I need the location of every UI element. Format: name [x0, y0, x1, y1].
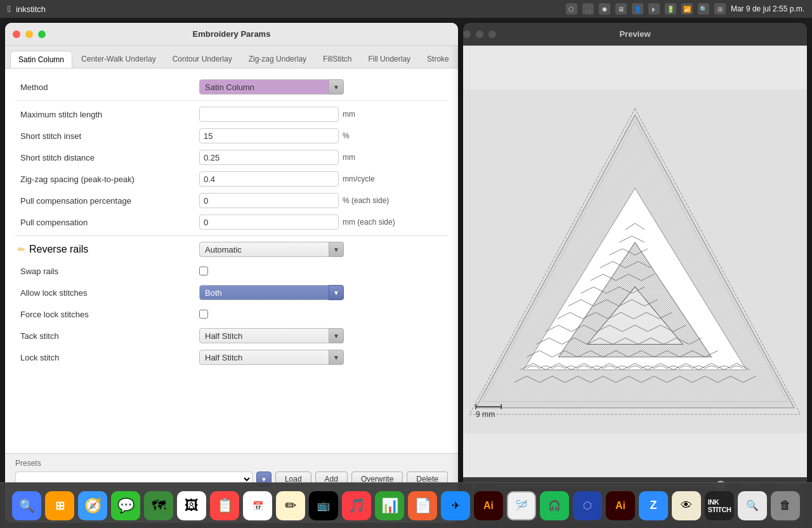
- dock-item-inkstitch1[interactable]: 🪡: [507, 491, 536, 520]
- force-lock-stitches-checkbox[interactable]: [199, 310, 208, 319]
- search-icon[interactable]: 🔍: [698, 3, 709, 15]
- tab-center-walk-underlay[interactable]: Center-Walk Underlay: [74, 51, 164, 68]
- dock-item-preview2[interactable]: 🔍: [738, 491, 767, 520]
- tab-contour-underlay[interactable]: Contour Underlay: [165, 51, 240, 68]
- dock-item-inkstitch2[interactable]: INKSTITCH: [705, 491, 734, 520]
- swap-rails-checkbox[interactable]: [199, 267, 208, 275]
- swap-rails-row: Swap rails: [15, 260, 448, 282]
- dock-item-launchpad[interactable]: ⊞: [45, 491, 74, 520]
- dock-item-unknown[interactable]: ⬡: [573, 491, 602, 520]
- max-stitch-length-unit: mm: [343, 110, 355, 119]
- dock-item-preview-app[interactable]: 👁: [672, 491, 701, 520]
- allow-lock-stitches-select[interactable]: Both: [199, 285, 344, 300]
- dock-item-finder[interactable]: 🔍: [12, 491, 41, 520]
- force-lock-stitches-row: Force lock stitches: [15, 303, 448, 325]
- zigzag-spacing-input[interactable]: [199, 171, 339, 187]
- short-stitch-distance-input[interactable]: [199, 150, 339, 165]
- lock-stitch-dropdown-wrapper: Half Stitch ▼: [199, 350, 344, 365]
- zigzag-spacing-row: Zig-zag spacing (peak-to-peak) mm/cycle: [15, 168, 448, 190]
- presets-label: Presets: [15, 459, 448, 468]
- dock-item-numbers[interactable]: 📊: [375, 491, 404, 520]
- reverse-rails-row: ✏ Reverse rails Automatic ▼: [15, 239, 448, 260]
- short-stitch-inset-label: Short stitch inset: [15, 131, 199, 141]
- dock-item-tv[interactable]: 📺: [309, 491, 338, 520]
- dock-item-calendar[interactable]: 📅: [243, 491, 272, 520]
- pull-comp-pct-input[interactable]: [199, 193, 339, 208]
- tab-satin-column[interactable]: Satin Column: [10, 51, 72, 68]
- maximize-button[interactable]: [38, 30, 46, 38]
- zigzag-spacing-unit: mm/cycle: [343, 175, 375, 183]
- tack-stitch-dropdown-arrow[interactable]: ▼: [329, 328, 344, 343]
- tab-zigzag-underlay[interactable]: Zig-zag Underlay: [241, 51, 314, 68]
- allow-lock-stitches-input-area: Both ▼: [199, 285, 448, 300]
- status-icon-6: ⏵: [648, 3, 660, 15]
- pull-comp-row: Pull compensation mm (each side): [15, 211, 448, 233]
- dock-item-safari[interactable]: 🧭: [78, 491, 107, 520]
- preview-window-controls: [463, 30, 496, 38]
- swap-rails-label: Swap rails: [15, 267, 199, 276]
- preview-canvas: 9 mm: [463, 46, 807, 477]
- lock-stitch-dropdown-arrow[interactable]: ▼: [329, 350, 344, 365]
- zigzag-spacing-input-area: mm/cycle: [199, 171, 448, 187]
- pull-comp-input-area: mm (each side): [199, 214, 448, 230]
- preview-maximize-btn[interactable]: [488, 30, 496, 38]
- max-stitch-length-input[interactable]: [199, 107, 339, 122]
- tack-stitch-select[interactable]: Half Stitch: [199, 328, 344, 343]
- lock-stitch-select[interactable]: Half Stitch: [199, 350, 344, 365]
- preview-title: Preview: [619, 29, 650, 39]
- short-stitch-distance-label: Short stitch distance: [15, 153, 199, 162]
- preview-close-btn[interactable]: [463, 30, 471, 38]
- dock-item-testflight[interactable]: ✈: [441, 491, 470, 520]
- method-select[interactable]: Satin Column: [199, 79, 344, 95]
- lock-stitch-label: Lock stitch: [15, 353, 199, 362]
- dock-item-freeform[interactable]: ✏: [276, 491, 305, 520]
- minimize-button[interactable]: [25, 30, 33, 38]
- dock: 🔍 ⊞ 🧭 💬 🗺 🖼 📋 📅 ✏ 📺 🎵 📊 📄 ✈ Ai 🪡 🎧 ⬡ Ai …: [0, 482, 812, 528]
- close-button[interactable]: [13, 30, 20, 38]
- tack-stitch-dropdown-wrapper: Half Stitch ▼: [199, 328, 344, 343]
- dock-item-pages[interactable]: 📄: [408, 491, 437, 520]
- pull-comp-pct-unit: % (each side): [343, 196, 389, 205]
- preview-minimize-btn[interactable]: [476, 30, 483, 38]
- window-titlebar: Embroidery Params: [5, 23, 458, 46]
- dock-item-photos[interactable]: 🖼: [177, 491, 206, 520]
- tab-fill-underlay[interactable]: Fill Underlay: [360, 51, 418, 68]
- zigzag-spacing-label: Zig-zag spacing (peak-to-peak): [15, 175, 199, 184]
- reverse-rails-select[interactable]: Automatic: [199, 242, 344, 257]
- embroidery-params-window: Embroidery Params Satin Column Center-Wa…: [5, 23, 458, 523]
- tack-stitch-row: Tack stitch Half Stitch ▼: [15, 325, 448, 346]
- form-area: Method Satin Column ▼ Maximum stitch len…: [5, 69, 458, 453]
- dock-item-spotify[interactable]: 🎧: [540, 491, 569, 520]
- preview-window: Preview: [463, 23, 807, 523]
- dock-item-zoom[interactable]: Z: [639, 491, 668, 520]
- dock-item-maps[interactable]: 🗺: [144, 491, 173, 520]
- short-stitch-inset-row: Short stitch inset %: [15, 125, 448, 147]
- force-lock-stitches-input-area: [199, 310, 448, 319]
- pull-comp-input[interactable]: [199, 214, 339, 230]
- dock-item-messages[interactable]: 💬: [111, 491, 140, 520]
- control-center-icon[interactable]: ⊞: [714, 3, 726, 15]
- method-input-area: Satin Column ▼: [199, 79, 448, 95]
- dock-item-music[interactable]: 🎵: [342, 491, 371, 520]
- dock-item-trash[interactable]: 🗑: [771, 491, 800, 520]
- tab-fillstitch[interactable]: FillStitch: [315, 51, 359, 68]
- dock-item-reminders[interactable]: 📋: [210, 491, 239, 520]
- max-stitch-length-label: Maximum stitch length: [15, 110, 199, 119]
- method-dropdown-arrow[interactable]: ▼: [329, 79, 344, 95]
- apple-logo-icon[interactable]: : [8, 4, 11, 14]
- short-stitch-inset-input[interactable]: [199, 128, 339, 143]
- short-stitch-inset-input-area: %: [199, 128, 448, 143]
- content-area: Embroidery Params Satin Column Center-Wa…: [0, 18, 812, 528]
- tab-stroke[interactable]: Stroke: [419, 51, 457, 68]
- dock-item-illustrator1[interactable]: Ai: [474, 491, 503, 520]
- dock-item-illustrator2[interactable]: Ai: [606, 491, 635, 520]
- lock-stitch-row: Lock stitch Half Stitch ▼: [15, 346, 448, 368]
- status-icon-2: 🎧: [582, 3, 594, 15]
- force-lock-stitches-label: Force lock stitches: [15, 310, 199, 319]
- pencil-icon: ✏: [18, 244, 25, 254]
- reverse-rails-dropdown-arrow[interactable]: ▼: [329, 242, 344, 257]
- divider-2: [15, 235, 448, 236]
- allow-lock-stitches-dropdown-arrow[interactable]: ▼: [329, 285, 344, 300]
- app-name-label[interactable]: inkstitch: [16, 4, 46, 14]
- status-icon-5: 👤: [632, 3, 643, 15]
